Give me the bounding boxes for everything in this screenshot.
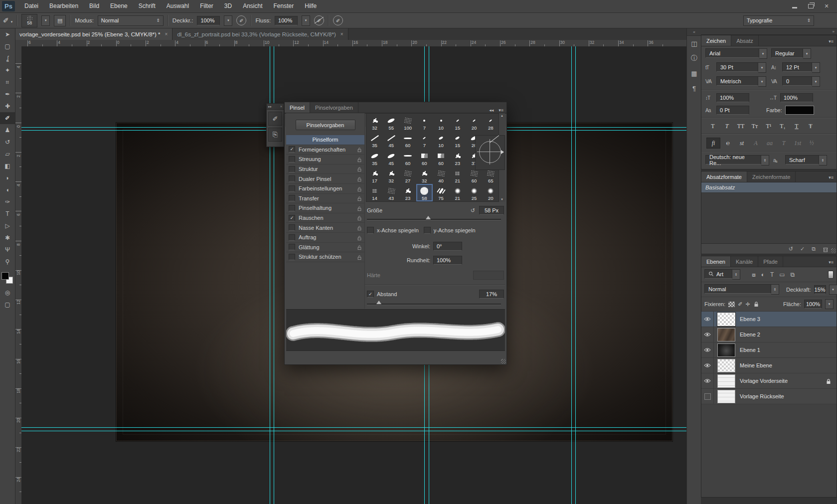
section-lock-icon[interactable] <box>357 244 362 251</box>
layer-thumbnail[interactable] <box>717 374 735 388</box>
brush-tip-7[interactable]: 7 <box>416 114 433 131</box>
current-tool-brush-icon[interactable]: ✐ ▾ <box>3 16 12 24</box>
vertical-ruler[interactable]: 42024681012141618202224 <box>15 46 22 504</box>
size-value[interactable]: 58 Px <box>479 206 504 215</box>
brush-tip-20[interactable]: 20 <box>466 114 483 131</box>
opentype-ordinals-button[interactable]: 1st <box>791 138 804 148</box>
brush-tip-25[interactable]: 25 <box>466 184 483 201</box>
section-checkbox[interactable] <box>289 156 295 163</box>
section-checkbox[interactable] <box>289 185 295 192</box>
brush-tool[interactable]: ✐ <box>0 112 15 124</box>
brush-preset-picker[interactable]: 58 <box>21 14 37 27</box>
quick-selection-tool[interactable]: ✦ <box>0 64 15 76</box>
layer-visibility-empty[interactable] <box>701 389 714 404</box>
size-slider[interactable] <box>367 219 501 220</box>
brush-tip-60[interactable]: 60 <box>416 149 433 166</box>
horizontal-ruler[interactable]: 642024681012141618202224262830323436 <box>21 40 691 47</box>
tab-ebenen[interactable]: Ebenen <box>701 256 731 267</box>
styles-panel-icon[interactable]: ¶ <box>687 81 701 96</box>
tab-absatzformate[interactable]: Absatzformate <box>701 171 747 182</box>
flow-input[interactable]: 100% <box>275 16 298 25</box>
layer-row[interactable]: Ebene 2 <box>701 327 837 342</box>
history-brush-tool[interactable]: ↺ <box>0 136 15 148</box>
tab-absatz[interactable]: Absatz <box>731 35 759 46</box>
workspace-select[interactable]: Typografie⇕ <box>743 15 814 26</box>
brush-section-row[interactable]: Auftrag <box>286 233 364 243</box>
brush-section-row[interactable]: Struktur schützen <box>286 252 364 262</box>
layer-visibility-eye-icon[interactable] <box>701 342 714 357</box>
marquee-tool[interactable]: ▢ <box>0 40 15 52</box>
section-checkbox[interactable] <box>289 205 295 211</box>
brush-panel-tab-pinselvorgaben[interactable]: Pinselvorgaben <box>310 102 358 113</box>
opentype-titling-alternates-button[interactable]: aa <box>763 138 776 148</box>
brush-panel-menu-icon[interactable]: ▾≡ <box>499 108 503 113</box>
brush-tip-60[interactable]: 60 <box>400 149 416 166</box>
blend-mode-select[interactable]: Normal⇕ <box>98 15 164 26</box>
filter-pixel-layers-icon[interactable]: ⧇ <box>752 271 756 278</box>
brush-section-row[interactable]: Nasse Kanten <box>286 223 364 233</box>
brush-tip-32[interactable]: 32 <box>366 114 383 131</box>
layer-visibility-eye-icon[interactable] <box>701 327 714 342</box>
flip-x-checkbox[interactable] <box>367 227 374 234</box>
section-checkbox[interactable] <box>289 244 295 250</box>
layer-thumbnail[interactable] <box>717 390 735 403</box>
brush-section-row[interactable]: Farbeinstellungen <box>286 184 364 194</box>
clone-stamp-tool[interactable]: ♟ <box>0 124 15 136</box>
layer-thumbnail[interactable] <box>717 313 735 326</box>
brush-section-row[interactable]: Glättung <box>286 243 364 253</box>
lock-pixels-icon[interactable]: ✐ <box>738 301 742 308</box>
brush-tip-27[interactable]: 27 <box>400 167 416 184</box>
section-lock-icon[interactable] <box>357 195 362 202</box>
brush-section-row[interactable]: Struktur <box>286 165 364 174</box>
language-select[interactable]: Deutsch: neue Re...⇕ <box>705 155 769 166</box>
brush-tip-20[interactable]: 20 <box>483 184 499 201</box>
move-tool[interactable]: ➤ <box>0 28 15 40</box>
tab-kanale[interactable]: Kanäle <box>731 256 758 267</box>
brush-section-row[interactable]: Transfer <box>286 194 364 204</box>
anti-alias-select[interactable]: Scharf⇕ <box>785 155 827 166</box>
eyedropper-tool[interactable]: ✒ <box>0 88 15 100</box>
filter-shape-layers-icon[interactable]: ▭ <box>779 271 785 278</box>
layers-panel-menu-icon[interactable]: ▾≡ <box>826 260 837 267</box>
vertical-guide[interactable] <box>575 46 576 504</box>
blur-tool[interactable]: ◗ <box>0 172 15 184</box>
section-checkbox[interactable] <box>289 166 295 172</box>
brush-panel-collapse-icon[interactable]: ◂◂ <box>489 108 494 113</box>
toggle-brush-panel-button[interactable]: ▤ <box>54 15 66 26</box>
properties-panel-icon[interactable]: ◫ <box>687 36 701 51</box>
brush-tip-43[interactable]: 43 <box>383 184 399 201</box>
angle-roundness-control[interactable] <box>475 135 505 170</box>
baseline-shift-input[interactable]: 0 Pt <box>716 106 749 115</box>
section-checkbox[interactable] <box>289 195 295 201</box>
pen-tool[interactable]: ✑ <box>0 196 15 208</box>
minimize-button[interactable] <box>791 3 798 9</box>
section-checkbox[interactable] <box>289 254 295 260</box>
filter-smart-objects-icon[interactable]: ⧉ <box>791 271 795 278</box>
tab-close-icon[interactable]: × <box>165 31 168 37</box>
info-panel-icon[interactable]: ⓘ <box>687 51 701 66</box>
brush-section-row[interactable]: ✓Rauschen <box>286 213 364 223</box>
brush-tip-23[interactable]: 23 <box>449 149 466 166</box>
menu-item-3d[interactable]: 3D <box>219 0 237 12</box>
type-tool[interactable]: T <box>0 208 15 220</box>
rundheit-value[interactable]: 100% <box>433 256 462 265</box>
layer-row[interactable]: Vorlage Vorderseite <box>701 373 837 389</box>
abstand-slider-thumb[interactable] <box>376 301 381 304</box>
layer-thumbnail[interactable] <box>717 328 735 341</box>
section-lock-icon[interactable] <box>357 156 362 163</box>
swatches-panel-icon[interactable]: ▦ <box>687 66 701 81</box>
brush-preset-arrow[interactable]: ▾ <box>41 15 50 26</box>
menu-item-ansicht[interactable]: Ansicht <box>237 0 268 12</box>
brush-panel-tab-pinsel[interactable]: Pinsel <box>285 102 310 113</box>
lock-position-icon[interactable]: ✛ <box>745 301 750 308</box>
brush-tip-15[interactable]: 15 <box>449 131 466 149</box>
brush-section-row[interactable]: Dualer Pinsel <box>286 174 364 184</box>
layer-fill-value[interactable]: 100% <box>804 300 822 309</box>
style-all-caps-button[interactable]: TT <box>734 121 747 131</box>
tab-pfade[interactable]: Pfade <box>758 256 783 267</box>
tablet-pressure-opacity-icon[interactable]: ✐ <box>236 15 246 25</box>
brush-tip-28[interactable]: 28 <box>483 114 499 131</box>
section-checkbox[interactable] <box>289 175 295 182</box>
dodge-tool[interactable]: ◖ <box>0 184 15 196</box>
close-button[interactable]: ✕ <box>823 3 830 9</box>
